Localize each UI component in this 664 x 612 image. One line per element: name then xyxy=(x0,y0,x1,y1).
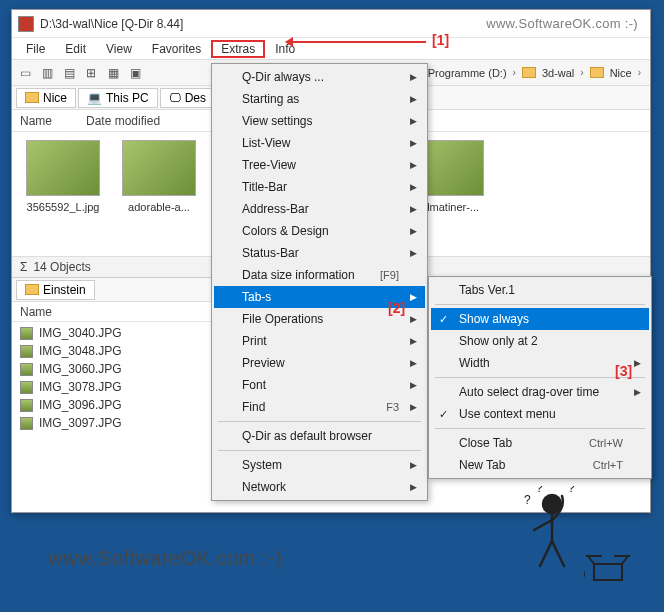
chevron-right-icon: › xyxy=(638,67,641,78)
toolbar-button[interactable]: ▣ xyxy=(125,63,145,83)
menu-item[interactable]: Title-Bar▶ xyxy=(214,176,425,198)
menu-shortcut: Ctrl+T xyxy=(593,459,623,471)
chevron-right-icon: › xyxy=(580,67,583,78)
desktop-icon: 🖵 xyxy=(169,91,181,105)
menu-separator xyxy=(435,304,645,305)
menu-favorites[interactable]: Favorites xyxy=(142,40,211,58)
menu-item-label: Starting as xyxy=(242,92,299,106)
menu-item[interactable]: Preview▶ xyxy=(214,352,425,374)
menu-item[interactable]: Status-Bar▶ xyxy=(214,242,425,264)
menu-file[interactable]: File xyxy=(16,40,55,58)
column-date[interactable]: Date modified xyxy=(86,114,160,128)
menu-item[interactable]: Data size information[F9] xyxy=(214,264,425,286)
bottom-watermark: www.SoftwareOK.com :-) xyxy=(48,547,282,570)
titlebar: D:\3d-wal\Nice [Q-Dir 8.44] www.Software… xyxy=(12,10,650,38)
menu-item-label: Tree-View xyxy=(242,158,296,172)
tab-thispc[interactable]: 💻This PC xyxy=(78,88,158,108)
menu-item-label: Network xyxy=(242,480,286,494)
thumbnail-item[interactable]: 3565592_L.jpg xyxy=(22,140,104,248)
menu-separator xyxy=(218,450,421,451)
tab-einstein[interactable]: Einstein xyxy=(16,280,95,300)
submenu-arrow-icon: ▶ xyxy=(410,482,417,492)
file-name: IMG_3096.JPG xyxy=(39,398,122,412)
menu-item[interactable]: Network▶ xyxy=(214,476,425,498)
menu-item-label: Find xyxy=(242,400,265,414)
menu-shortcut: F3 xyxy=(386,401,399,413)
menu-item[interactable]: System▶ xyxy=(214,454,425,476)
tab-nice[interactable]: Nice xyxy=(16,88,76,108)
menu-extras[interactable]: Extras xyxy=(211,40,265,58)
image-thumbnail xyxy=(122,140,196,196)
image-file-icon xyxy=(20,381,33,394)
sigma-icon: Σ xyxy=(20,260,27,274)
tab-des[interactable]: 🖵Des xyxy=(160,88,215,108)
folder-icon xyxy=(522,67,536,78)
check-icon: ✓ xyxy=(439,313,448,326)
submenu-arrow-icon: ▶ xyxy=(410,72,417,82)
tab-label: This PC xyxy=(106,91,149,105)
menu-item[interactable]: FindF3▶ xyxy=(214,396,425,418)
menu-item-label: Font xyxy=(242,378,266,392)
menu-item[interactable]: Colors & Design▶ xyxy=(214,220,425,242)
menu-item[interactable]: View settings▶ xyxy=(214,110,425,132)
app-icon xyxy=(18,16,34,32)
menu-item-label: Data size information xyxy=(242,268,355,282)
menu-item[interactable]: Address-Bar▶ xyxy=(214,198,425,220)
image-file-icon xyxy=(20,399,33,412)
status-text: 14 Objects xyxy=(33,260,90,274)
file-name: IMG_3040.JPG xyxy=(39,326,122,340)
folder-icon xyxy=(25,284,39,295)
menu-shortcut: Ctrl+W xyxy=(589,437,623,449)
menu-item[interactable]: Show always✓ xyxy=(431,308,649,330)
menu-item-label: System xyxy=(242,458,282,472)
menu-item-label: Width xyxy=(459,356,490,370)
toolbar-button[interactable]: ▦ xyxy=(103,63,123,83)
menu-item[interactable]: List-View▶ xyxy=(214,132,425,154)
menu-item[interactable]: Show only at 2 xyxy=(431,330,649,352)
menu-item-label: Q-Dir as default browser xyxy=(242,429,372,443)
submenu-arrow-icon: ▶ xyxy=(410,94,417,104)
breadcrumb-item[interactable]: Nice xyxy=(610,67,632,79)
folder-icon xyxy=(25,92,39,103)
menu-view[interactable]: View xyxy=(96,40,142,58)
menu-edit[interactable]: Edit xyxy=(55,40,96,58)
tab-label: Des xyxy=(185,91,206,105)
menu-item[interactable]: Print▶ xyxy=(214,330,425,352)
menu-item[interactable]: Q-Dir always ...▶ xyxy=(214,66,425,88)
menu-item-label: Colors & Design xyxy=(242,224,329,238)
submenu-arrow-icon: ▶ xyxy=(634,358,641,368)
folder-icon xyxy=(590,67,604,78)
menu-item-label: Close Tab xyxy=(459,436,512,450)
menu-item[interactable]: Use context menu✓ xyxy=(431,403,649,425)
breadcrumb[interactable]: Programme (D:) › 3d-wal › Nice › xyxy=(408,67,647,79)
toolbar-button[interactable]: ▤ xyxy=(59,63,79,83)
toolbar-button[interactable]: ▥ xyxy=(37,63,57,83)
menu-item[interactable]: Close TabCtrl+W xyxy=(431,432,649,454)
toolbar-button[interactable]: ▭ xyxy=(15,63,35,83)
menu-item-label: Title-Bar xyxy=(242,180,287,194)
toolbar-button[interactable]: ⊞ xyxy=(81,63,101,83)
menu-item[interactable]: Tree-View▶ xyxy=(214,154,425,176)
breadcrumb-item[interactable]: 3d-wal xyxy=(542,67,574,79)
submenu-arrow-icon: ▶ xyxy=(410,402,417,412)
menu-item[interactable]: Q-Dir as default browser xyxy=(214,425,425,447)
menu-item[interactable]: Font▶ xyxy=(214,374,425,396)
menu-item[interactable]: Auto select drag-over time▶ xyxy=(431,381,649,403)
file-name: IMG_3097.JPG xyxy=(39,416,122,430)
menu-item-label: Preview xyxy=(242,356,285,370)
menu-item[interactable]: Starting as▶ xyxy=(214,88,425,110)
column-name[interactable]: Name xyxy=(20,305,52,319)
column-name[interactable]: Name xyxy=(20,114,52,128)
submenu-arrow-icon: ▶ xyxy=(410,248,417,258)
breadcrumb-item[interactable]: Programme (D:) xyxy=(428,67,507,79)
file-name: IMG_3060.JPG xyxy=(39,362,122,376)
submenu-arrow-icon: ▶ xyxy=(410,138,417,148)
menu-item[interactable]: New TabCtrl+T xyxy=(431,454,649,476)
menu-shortcut: [F9] xyxy=(380,269,399,281)
menu-item-label: Status-Bar xyxy=(242,246,299,260)
thumbnail-item[interactable]: adorable-a... xyxy=(118,140,200,248)
image-file-icon xyxy=(20,363,33,376)
menu-item-label: Q-Dir always ... xyxy=(242,70,324,84)
window-title: D:\3d-wal\Nice [Q-Dir 8.44] xyxy=(40,17,486,31)
menu-item[interactable]: Tabs Ver.1 xyxy=(431,279,649,301)
